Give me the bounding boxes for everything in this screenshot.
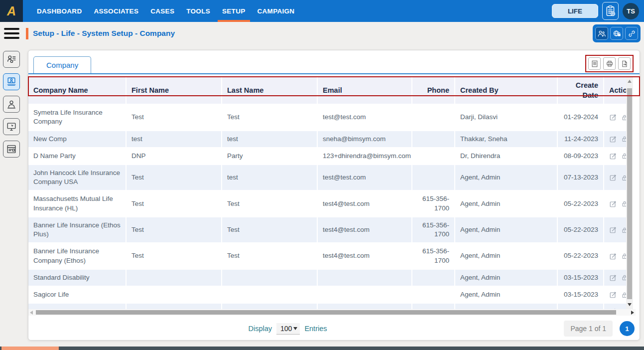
clipboard-add-icon[interactable] [602, 2, 619, 20]
cell-last-name: test [222, 165, 317, 190]
cell-actions [604, 104, 629, 130]
contact-card-icon[interactable] [3, 51, 20, 68]
nav-item-setup[interactable]: SETUP [216, 0, 252, 22]
table-row[interactable]: Banner Life Insurance (Ethos Plus)TestTe… [28, 217, 629, 243]
edit-icon[interactable] [609, 226, 617, 234]
nav-item-campaign[interactable]: CAMPAIGN [252, 0, 301, 22]
vertical-scrollbar-thumb[interactable] [627, 88, 632, 299]
cell-actions [604, 243, 629, 269]
nav-item-dashboard[interactable]: DASHBOARD [31, 0, 88, 22]
scroll-right-arrow-icon[interactable] [631, 311, 634, 315]
col-company-name[interactable]: Company Name [28, 77, 126, 104]
cell-first-name [126, 286, 222, 303]
top-navbar: A DASHBOARD ASSOCIATES CASES TOOLS SETUP… [0, 0, 644, 22]
cell-actions [604, 217, 629, 243]
cell-phone: 615-356-1700 [412, 190, 455, 216]
col-email[interactable]: Email [317, 77, 412, 104]
table-row[interactable]: Massachusetts Mutual Life Insurance (HL)… [28, 190, 629, 216]
table-row[interactable]: Sagicor LifeAgent, Admin03-15-2023 [28, 286, 629, 303]
cell-email: test@test.com [317, 165, 412, 190]
cell-actions [604, 148, 629, 165]
cell-actions [604, 131, 629, 148]
hamburger-menu-icon[interactable] [0, 28, 23, 39]
col-create-date[interactable]: Create Date [557, 77, 604, 104]
table-row[interactable]: D Name PartyDNPParty123+dhirendra@bimsym… [28, 148, 629, 165]
cell-phone [412, 165, 455, 190]
cell-created-by: Darji, Dilasvi [455, 104, 557, 130]
pagination: Page 1 of 1 1 [564, 321, 635, 337]
cell-first-name [126, 303, 222, 309]
table-row[interactable]: Standard DisabilityAgent, Admin03-15-202… [28, 269, 629, 286]
toolbar-annotation-box [585, 55, 634, 72]
cell-email [317, 269, 412, 286]
main-nav: DASHBOARD ASSOCIATES CASES TOOLS SETUP C… [31, 0, 300, 22]
edit-icon[interactable] [609, 113, 617, 121]
table-row[interactable]: Symetra Life Insurance CompanyTestTestte… [28, 104, 629, 130]
globe-lock-icon[interactable] [610, 27, 623, 40]
export-list-icon[interactable] [588, 57, 601, 70]
page-1-button[interactable]: 1 [620, 321, 635, 336]
vertical-scrollbar[interactable] [626, 77, 633, 309]
edit-icon[interactable] [609, 291, 617, 299]
laptop-user-icon[interactable] [3, 73, 20, 90]
horizontal-scrollbar-thumb[interactable] [36, 310, 616, 315]
cell-company-name: Banner Life Insurance (Ethos Plus) [28, 217, 126, 243]
company-card: Company [28, 50, 640, 341]
edit-icon[interactable] [609, 274, 617, 282]
cell-email: test4@test.com [317, 190, 412, 216]
cell-email [317, 286, 412, 303]
cell-company-name: Symetra Life Insurance Company [28, 104, 126, 130]
cell-phone [412, 131, 455, 148]
cell-last-name [222, 286, 317, 303]
print-icon[interactable] [603, 57, 616, 70]
col-created-by[interactable]: Created By [455, 77, 557, 104]
cell-create-date: 03-15-2023 [557, 286, 604, 303]
display-entries-control: Display 100 Entries [248, 323, 327, 335]
page-info: Page 1 of 1 [564, 321, 613, 337]
edit-icon[interactable] [609, 174, 617, 181]
cell-create-date: 05-22-2023 [557, 243, 604, 269]
nav-item-associates[interactable]: ASSOCIATES [88, 0, 144, 22]
scroll-left-arrow-icon[interactable] [30, 311, 33, 315]
edit-icon[interactable] [609, 200, 617, 208]
link-icon[interactable] [625, 27, 638, 40]
edit-icon[interactable] [609, 152, 617, 160]
cell-phone [412, 286, 455, 303]
col-action[interactable]: Action [604, 77, 629, 104]
cell-email: test@test.com [317, 104, 412, 130]
monitor-icon[interactable] [3, 118, 20, 135]
table-row[interactable]: New Comptesttestsneha@bimsym.comThakkar,… [28, 131, 629, 148]
horizontal-scrollbar[interactable] [28, 309, 636, 316]
scroll-down-arrow-icon[interactable] [628, 303, 632, 306]
scroll-up-arrow-icon[interactable] [628, 80, 632, 83]
export-file-icon[interactable] [618, 57, 631, 70]
col-first-name[interactable]: First Name [126, 77, 222, 104]
breadcrumb: Setup - Life - System Setup - Company [26, 28, 175, 39]
nav-item-cases[interactable]: CASES [144, 0, 180, 22]
life-module-button[interactable]: LIFE [552, 4, 598, 18]
form-window-icon[interactable] [3, 141, 20, 158]
user-desk-icon[interactable] [3, 96, 20, 113]
table-zone: Company Name First Name Last Name Email … [28, 77, 640, 309]
app-logo[interactable]: A [0, 0, 23, 22]
cell-actions [604, 165, 629, 190]
agents-icon[interactable] [595, 27, 608, 40]
table-row[interactable]: Banner Life Insurance Company (Ethos)Tes… [28, 243, 629, 269]
cell-company-name: SBLI-Afficiency [28, 303, 126, 309]
nav-item-tools[interactable]: TOOLS [180, 0, 216, 22]
cell-phone: 615-356-1700 [412, 217, 455, 243]
entries-per-page-select[interactable]: 100 [276, 323, 300, 335]
cell-first-name: Test [126, 243, 222, 269]
cell-created-by: Agent, Admin [455, 165, 557, 190]
user-avatar[interactable]: TS [623, 3, 639, 19]
edit-icon[interactable] [609, 308, 617, 309]
col-last-name[interactable]: Last Name [222, 77, 317, 104]
table-row[interactable]: SBLI-AfficiencyAgent, Admin03-15-2023 [28, 303, 629, 309]
cell-email: 123+dhirendra@bimsym.com [317, 148, 412, 165]
tab-company[interactable]: Company [33, 56, 91, 73]
col-phone[interactable]: Phone [412, 77, 455, 104]
edit-icon[interactable] [609, 252, 617, 260]
cell-last-name [222, 269, 317, 286]
edit-icon[interactable] [609, 135, 617, 143]
table-row[interactable]: John Hancock Life Insurance Company USAT… [28, 165, 629, 190]
